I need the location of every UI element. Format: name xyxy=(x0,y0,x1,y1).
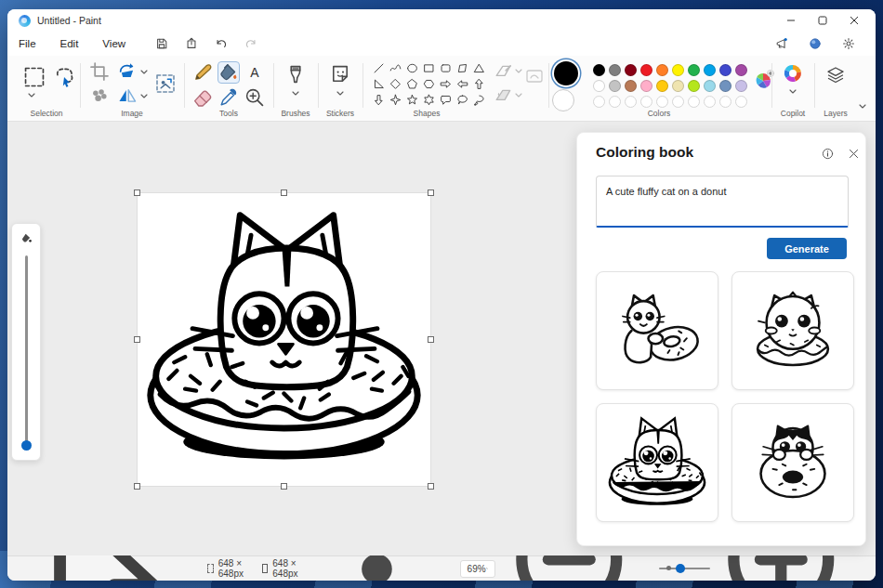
shape-fill-icon[interactable] xyxy=(494,87,513,104)
shape-polygon-icon[interactable] xyxy=(454,60,470,76)
selection-handle-e[interactable] xyxy=(428,336,434,343)
shape-arrow-down-icon[interactable] xyxy=(370,92,387,108)
palette-swatch-empty-6[interactable] xyxy=(672,96,684,108)
shape-arrow-up-icon[interactable] xyxy=(470,76,487,92)
menu-file[interactable]: File xyxy=(19,38,36,49)
result-thumbnail-3[interactable] xyxy=(596,403,718,522)
generate-button[interactable]: Generate xyxy=(767,238,847,259)
palette-swatch-r1c7[interactable] xyxy=(688,64,700,76)
result-thumbnail-1[interactable] xyxy=(596,271,718,390)
size-slider-thumb[interactable] xyxy=(21,440,32,451)
size-slider[interactable] xyxy=(25,255,28,449)
flip-chevron-icon[interactable] xyxy=(140,94,148,98)
undo-icon[interactable] xyxy=(209,34,233,53)
shape-rounded-rectangle-icon[interactable] xyxy=(437,60,454,76)
palette-swatch-r2c2[interactable] xyxy=(609,80,621,92)
redo-icon[interactable] xyxy=(239,34,263,53)
palette-swatch-empty-3[interactable] xyxy=(625,96,637,108)
palette-swatch-r1c2[interactable] xyxy=(609,64,621,76)
fill-tool-icon[interactable] xyxy=(217,61,240,84)
palette-swatch-empty-2[interactable] xyxy=(609,96,621,108)
magnifier-icon[interactable] xyxy=(244,86,266,109)
shape-six-point-star-icon[interactable] xyxy=(420,92,437,108)
menu-edit[interactable]: Edit xyxy=(60,38,79,49)
close-button[interactable] xyxy=(838,10,870,31)
palette-swatch-r1c5[interactable] xyxy=(656,64,668,76)
shape-speech-bubble-icon[interactable] xyxy=(437,92,454,108)
save-icon[interactable] xyxy=(150,34,174,53)
free-select-icon[interactable] xyxy=(52,65,76,89)
shape-outline-icon[interactable] xyxy=(494,63,513,80)
shape-thought-bubble-icon[interactable] xyxy=(470,92,487,108)
palette-swatch-r2c7[interactable] xyxy=(688,80,700,92)
shape-outline-chevron-icon[interactable] xyxy=(515,69,522,73)
shape-arrow-left-icon[interactable] xyxy=(454,76,470,92)
selection-handle-se[interactable] xyxy=(428,483,434,490)
selection-handle-n[interactable] xyxy=(281,189,287,196)
result-thumbnail-2[interactable] xyxy=(731,271,854,390)
palette-swatch-r1c10[interactable] xyxy=(735,64,747,76)
info-icon[interactable] xyxy=(819,145,836,162)
palette-swatch-r1c8[interactable] xyxy=(704,64,716,76)
palette-swatch-empty-1[interactable] xyxy=(593,96,605,108)
account-icon[interactable] xyxy=(803,34,827,53)
resize-icon[interactable] xyxy=(154,72,177,95)
shape-hexagon-icon[interactable] xyxy=(420,76,437,92)
zoom-slider[interactable] xyxy=(659,568,709,569)
palette-swatch-r2c9[interactable] xyxy=(719,80,731,92)
rotate-chevron-icon[interactable] xyxy=(140,70,148,74)
shape-ellipse-icon[interactable] xyxy=(403,60,420,76)
eyedropper-icon[interactable] xyxy=(217,86,240,109)
rectangle-select-icon[interactable] xyxy=(22,65,46,89)
palette-swatch-r1c4[interactable] xyxy=(640,64,652,76)
palette-swatch-r2c4[interactable] xyxy=(640,80,652,92)
pencil-icon[interactable] xyxy=(191,61,214,84)
palette-swatch-r1c3[interactable] xyxy=(625,64,637,76)
settings-gear-icon[interactable] xyxy=(837,34,861,53)
palette-swatch-empty-9[interactable] xyxy=(719,96,731,108)
palette-swatch-empty-5[interactable] xyxy=(656,96,668,108)
prompt-input[interactable] xyxy=(596,176,849,228)
feedback-icon[interactable] xyxy=(770,34,794,53)
maximize-button[interactable] xyxy=(807,10,838,31)
ai-select-icon[interactable] xyxy=(89,85,110,106)
crop-icon[interactable] xyxy=(89,61,110,82)
shape-right-triangle-icon[interactable] xyxy=(370,76,387,92)
shape-fill-chevron-icon[interactable] xyxy=(515,93,522,98)
palette-swatch-r1c9[interactable] xyxy=(719,64,731,76)
eraser-icon[interactable] xyxy=(191,86,214,109)
palette-swatch-r1c6[interactable] xyxy=(672,64,684,76)
panel-close-icon[interactable] xyxy=(845,145,862,162)
zoom-level-dropdown[interactable]: 69% xyxy=(460,560,496,578)
palette-swatch-r2c6[interactable] xyxy=(672,80,684,92)
palette-swatch-r1c1[interactable] xyxy=(593,64,605,76)
shape-diamond-icon[interactable] xyxy=(387,76,403,92)
shape-arrow-right-icon[interactable] xyxy=(437,76,454,92)
color1-swatch[interactable] xyxy=(554,61,578,85)
shape-triangle-icon[interactable] xyxy=(470,60,487,76)
stickers-icon[interactable] xyxy=(329,63,351,85)
text-tool-icon[interactable]: A xyxy=(244,61,266,84)
shape-pentagon-icon[interactable] xyxy=(403,76,420,92)
shape-oval-bubble-icon[interactable] xyxy=(454,92,470,108)
palette-swatch-empty-4[interactable] xyxy=(640,96,652,108)
brushes-icon[interactable] xyxy=(284,63,307,85)
palette-swatch-r2c5[interactable] xyxy=(656,80,668,92)
selection-handle-ne[interactable] xyxy=(428,189,434,196)
zoom-slider-thumb[interactable] xyxy=(676,564,685,573)
shape-curve-icon[interactable] xyxy=(387,60,403,76)
selection-handle-w[interactable] xyxy=(134,336,140,343)
palette-swatch-empty-10[interactable] xyxy=(735,96,747,108)
selection-chevron-icon[interactable] xyxy=(28,93,35,98)
palette-swatch-r2c10[interactable] xyxy=(735,80,747,92)
flip-icon[interactable] xyxy=(117,85,138,106)
minimize-button[interactable] xyxy=(775,10,807,31)
shape-four-point-star-icon[interactable] xyxy=(387,92,403,108)
selection-handle-sw[interactable] xyxy=(134,483,140,490)
share-icon[interactable] xyxy=(179,34,204,53)
shape-line-icon[interactable] xyxy=(370,60,387,76)
menu-view[interactable]: View xyxy=(102,38,125,49)
selection-handle-nw[interactable] xyxy=(134,189,140,196)
shape-stamp-icon[interactable] xyxy=(524,67,545,85)
rotate-icon[interactable] xyxy=(117,61,138,82)
